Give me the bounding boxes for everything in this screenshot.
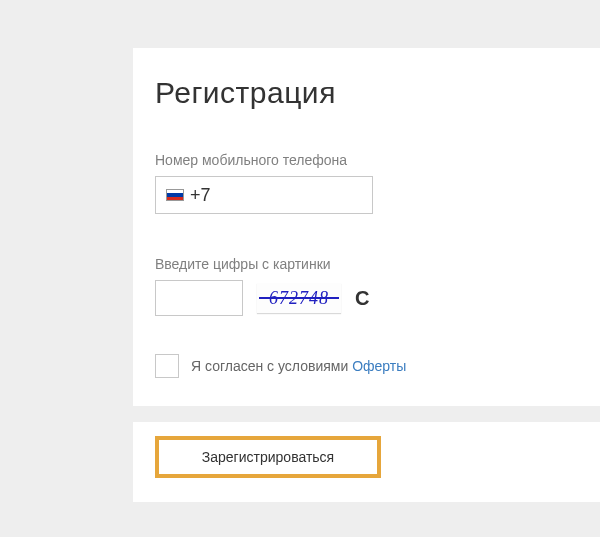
consent-prefix: Я согласен с условиями (191, 358, 352, 374)
captcha-strike-line (259, 297, 339, 299)
consent-checkbox[interactable] (155, 354, 179, 378)
registration-panel: Регистрация Номер мобильного телефона +7… (133, 48, 600, 502)
consent-row: Я согласен с условиями Оферты (155, 354, 578, 378)
panel-footer: Зарегистрироваться (133, 422, 600, 502)
phone-label: Номер мобильного телефона (155, 152, 578, 168)
panel-divider (111, 406, 600, 422)
page-title: Регистрация (155, 76, 578, 110)
captcha-image: 672748 (257, 283, 341, 313)
captcha-label: Введите цифры с картинки (155, 256, 578, 272)
offer-link[interactable]: Оферты (352, 358, 406, 374)
consent-text: Я согласен с условиями Оферты (191, 358, 406, 374)
refresh-icon[interactable]: C (355, 287, 369, 310)
captcha-input[interactable] (155, 280, 243, 316)
flag-ru-icon (166, 189, 184, 201)
phone-input[interactable]: +7 (155, 176, 373, 214)
captcha-row: 672748 C (155, 280, 578, 316)
register-button[interactable]: Зарегистрироваться (155, 436, 381, 478)
phone-prefix: +7 (190, 185, 211, 206)
register-button-label: Зарегистрироваться (202, 449, 334, 465)
